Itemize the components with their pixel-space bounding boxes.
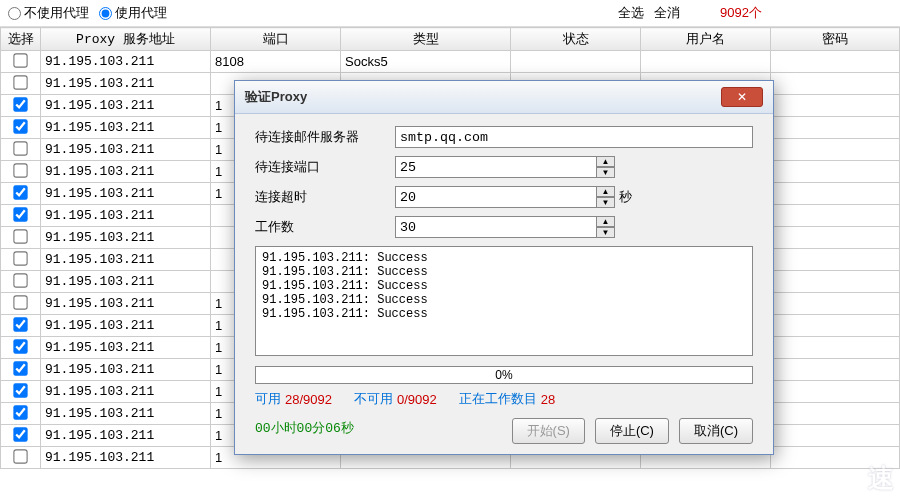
cell-address: 91.195.103.211 <box>41 227 211 249</box>
server-input[interactable] <box>395 126 753 148</box>
col-user[interactable]: 用户名 <box>641 28 771 51</box>
cell-password <box>771 73 900 95</box>
cell-password <box>771 227 900 249</box>
dialog-title: 验证Proxy <box>245 88 307 106</box>
row-checkbox[interactable] <box>13 383 27 397</box>
workers-label: 工作数 <box>255 218 395 236</box>
row-checkbox[interactable] <box>13 361 27 375</box>
col-port[interactable]: 端口 <box>211 28 341 51</box>
cell-address: 91.195.103.211 <box>41 139 211 161</box>
cell-type: Socks5 <box>341 51 511 73</box>
cancel-button[interactable]: 取消(C) <box>679 418 753 444</box>
radio-use-proxy-label: 使用代理 <box>115 4 167 22</box>
timeout-label: 连接超时 <box>255 188 395 206</box>
table-row[interactable]: 91.195.103.2118108Socks5 <box>1 51 900 73</box>
port-input[interactable] <box>395 156 597 178</box>
workers-input[interactable] <box>395 216 597 238</box>
cell-status <box>511 51 641 73</box>
cell-port: 8108 <box>211 51 341 73</box>
cell-password <box>771 205 900 227</box>
spin-down-icon[interactable]: ▼ <box>597 167 615 178</box>
row-checkbox[interactable] <box>13 339 27 353</box>
cell-password <box>771 139 900 161</box>
cell-password <box>771 51 900 73</box>
row-checkbox[interactable] <box>13 273 27 287</box>
cell-address: 91.195.103.211 <box>41 359 211 381</box>
cell-address: 91.195.103.211 <box>41 337 211 359</box>
start-button[interactable]: 开始(S) <box>512 418 585 444</box>
cell-address: 91.195.103.211 <box>41 381 211 403</box>
cell-address: 91.195.103.211 <box>41 447 211 469</box>
spin-up-icon[interactable]: ▲ <box>597 216 615 227</box>
row-checkbox[interactable] <box>13 97 27 111</box>
server-label: 待连接邮件服务器 <box>255 128 395 146</box>
close-icon[interactable]: ✕ <box>721 87 763 107</box>
cell-password <box>771 359 900 381</box>
available-value: 28/9092 <box>285 392 332 407</box>
spin-up-icon[interactable]: ▲ <box>597 186 615 197</box>
cell-password <box>771 315 900 337</box>
progress-bar: 0% <box>255 366 753 384</box>
cell-address: 91.195.103.211 <box>41 51 211 73</box>
cell-password <box>771 117 900 139</box>
row-checkbox[interactable] <box>13 119 27 133</box>
cell-password <box>771 95 900 117</box>
cell-address: 91.195.103.211 <box>41 293 211 315</box>
cell-password <box>771 249 900 271</box>
working-label: 正在工作数目 <box>459 390 537 408</box>
col-select[interactable]: 选择 <box>1 28 41 51</box>
row-checkbox[interactable] <box>13 141 27 155</box>
total-count: 9092个 <box>720 4 762 22</box>
cell-password <box>771 403 900 425</box>
cell-password <box>771 337 900 359</box>
timeout-unit: 秒 <box>619 188 632 206</box>
stop-button[interactable]: 停止(C) <box>595 418 669 444</box>
radio-no-proxy-label: 不使用代理 <box>24 4 89 22</box>
unavailable-value: 0/9092 <box>397 392 437 407</box>
log-output[interactable]: 91.195.103.211: Success 91.195.103.211: … <box>255 246 753 356</box>
row-checkbox[interactable] <box>13 207 27 221</box>
spin-down-icon[interactable]: ▼ <box>597 197 615 208</box>
cell-password <box>771 271 900 293</box>
cell-address: 91.195.103.211 <box>41 117 211 139</box>
radio-no-proxy[interactable]: 不使用代理 <box>8 4 89 22</box>
cell-password <box>771 425 900 447</box>
col-type[interactable]: 类型 <box>341 28 511 51</box>
col-status[interactable]: 状态 <box>511 28 641 51</box>
watermark: 速 <box>868 461 894 496</box>
cell-user <box>641 51 771 73</box>
deselect-all-link[interactable]: 全消 <box>654 4 680 22</box>
timeout-input[interactable] <box>395 186 597 208</box>
working-value: 28 <box>541 392 555 407</box>
col-address[interactable]: Proxy 服务地址 <box>41 28 211 51</box>
verify-proxy-dialog: 验证Proxy ✕ 待连接邮件服务器 待连接端口 ▲▼ 连接超时 ▲▼ 秒 工作… <box>234 80 774 455</box>
col-password[interactable]: 密码 <box>771 28 900 51</box>
cell-address: 91.195.103.211 <box>41 271 211 293</box>
available-label: 可用 <box>255 390 281 408</box>
cell-address: 91.195.103.211 <box>41 183 211 205</box>
row-checkbox[interactable] <box>13 251 27 265</box>
cell-address: 91.195.103.211 <box>41 73 211 95</box>
row-checkbox[interactable] <box>13 163 27 177</box>
radio-use-proxy[interactable]: 使用代理 <box>99 4 167 22</box>
cell-address: 91.195.103.211 <box>41 425 211 447</box>
spin-up-icon[interactable]: ▲ <box>597 156 615 167</box>
row-checkbox[interactable] <box>13 185 27 199</box>
cell-address: 91.195.103.211 <box>41 205 211 227</box>
row-checkbox[interactable] <box>13 295 27 309</box>
spin-down-icon[interactable]: ▼ <box>597 227 615 238</box>
row-checkbox[interactable] <box>13 53 27 67</box>
unavailable-label: 不可用 <box>354 390 393 408</box>
row-checkbox[interactable] <box>13 427 27 441</box>
row-checkbox[interactable] <box>13 449 27 463</box>
cell-address: 91.195.103.211 <box>41 161 211 183</box>
row-checkbox[interactable] <box>13 317 27 331</box>
port-label: 待连接端口 <box>255 158 395 176</box>
select-all-link[interactable]: 全选 <box>618 4 644 22</box>
elapsed-timer: 00小时00分06秒 <box>255 419 354 437</box>
row-checkbox[interactable] <box>13 229 27 243</box>
cell-password <box>771 183 900 205</box>
row-checkbox[interactable] <box>13 405 27 419</box>
row-checkbox[interactable] <box>13 75 27 89</box>
cell-address: 91.195.103.211 <box>41 95 211 117</box>
